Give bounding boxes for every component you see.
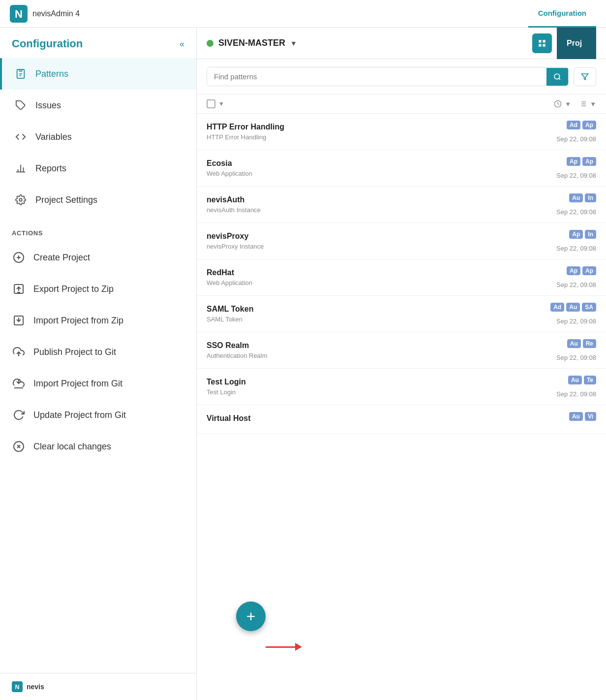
search-button[interactable] <box>546 68 568 86</box>
table-row[interactable]: nevisAuth nevisAuth Instance AuIn Sep 22… <box>197 187 606 223</box>
pattern-badges: ApAp <box>567 157 596 166</box>
pattern-name: SSO Realm <box>207 341 556 350</box>
grid-view-button[interactable] <box>532 33 552 53</box>
pattern-name: HTTP Error Handling <box>207 123 556 131</box>
search-input[interactable] <box>207 67 546 86</box>
badge-te: Te <box>584 376 596 384</box>
sort-label: ▼ <box>565 100 571 108</box>
svg-rect-30 <box>539 44 541 46</box>
filter-icon <box>581 73 589 81</box>
actions-header: ACTIONS <box>0 222 196 242</box>
tag-icon <box>14 98 28 112</box>
badge-au: Au <box>567 339 581 348</box>
sidebar-collapse-button[interactable]: « <box>180 39 184 49</box>
sidebar-title: Configuration <box>12 37 83 50</box>
pattern-meta: AdAuSA Sep 22, 09:08 <box>550 303 596 325</box>
pattern-date: Sep 22, 09:08 <box>556 354 596 361</box>
action-update-git-label: Update Project from Git <box>33 410 126 420</box>
app-title: nevisAdmin 4 <box>32 9 80 18</box>
select-all-checkbox[interactable] <box>207 99 215 108</box>
action-clear-local[interactable]: Clear local changes <box>0 431 196 462</box>
action-import-git[interactable]: Import Project from Git <box>0 368 196 399</box>
pattern-info: nevisAuth nevisAuth Instance <box>207 195 556 214</box>
badge-ap: Ap <box>582 157 596 166</box>
pattern-type: Test Login <box>207 388 556 396</box>
sidebar-item-issues[interactable]: Issues <box>0 90 196 121</box>
create-project-icon <box>12 251 26 264</box>
badge-ap: Ap <box>567 157 580 166</box>
sidebar-item-patterns[interactable]: Patterns <box>0 58 196 90</box>
sidebar-item-variables[interactable]: Variables <box>0 121 196 153</box>
search-icon <box>553 73 561 81</box>
pattern-badges: ApIn <box>569 230 596 239</box>
action-publish-git-label: Publish Project to Git <box>33 347 116 357</box>
table-row[interactable]: SSO Realm Authentication Realm AuRe Sep … <box>197 332 606 369</box>
table-row[interactable]: HTTP Error Handling HTTP Error Handling … <box>197 114 606 150</box>
instance-selector[interactable]: SIVEN-MASTER ▼ <box>207 38 297 48</box>
pattern-badges: AdAuSA <box>550 303 596 312</box>
pattern-date: Sep 22, 09:08 <box>556 135 596 143</box>
proj-tab[interactable]: Proj <box>557 28 596 59</box>
sort-control[interactable]: ▼ <box>554 100 571 108</box>
arrow-head <box>295 643 302 651</box>
pattern-date: Sep 22, 09:08 <box>556 318 596 325</box>
action-update-git[interactable]: Update Project from Git <box>0 399 196 431</box>
pattern-name: SAML Token <box>207 305 550 314</box>
pattern-info: Test Login Test Login <box>207 378 556 396</box>
action-publish-git[interactable]: Publish Project to Git <box>0 336 196 368</box>
action-clear-local-label: Clear local changes <box>33 442 111 452</box>
action-import-git-label: Import Project from Git <box>33 379 122 389</box>
badge-au: Au <box>569 412 583 421</box>
table-row[interactable]: Ecosia Web Application ApAp Sep 22, 09:0… <box>197 150 606 187</box>
pattern-name: nevisAuth <box>207 195 556 204</box>
chevron-down-icon: ▼ <box>290 39 297 47</box>
select-all-wrapper: ▼ <box>207 99 224 108</box>
action-export-zip[interactable]: Export Project to Zip <box>0 273 196 305</box>
badge-ad: Ad <box>550 303 564 312</box>
bar-chart-icon <box>14 161 28 175</box>
top-bar-right: Configuration <box>528 0 596 28</box>
pattern-info: SAML Token SAML Token <box>207 305 550 323</box>
pattern-date: Sep 22, 09:08 <box>556 172 596 179</box>
chevron-select-icon[interactable]: ▼ <box>218 100 224 107</box>
pattern-info: nevisProxy nevisProxy Instance <box>207 232 556 250</box>
badge-ap: Ap <box>582 266 596 275</box>
list-view-control[interactable]: ▼ <box>579 100 596 108</box>
action-create-project[interactable]: Create Project <box>0 242 196 273</box>
arrow-annotation <box>266 643 302 651</box>
search-input-wrapper <box>207 67 569 86</box>
badge-ap: Ap <box>569 230 583 239</box>
sidebar-item-project-settings-label: Project Settings <box>35 195 97 205</box>
pattern-badges: AdAp <box>567 121 596 129</box>
list-view-label: ▼ <box>590 100 596 108</box>
pattern-name: nevisProxy <box>207 232 556 241</box>
action-import-zip[interactable]: Import Project from Zip <box>0 305 196 336</box>
pattern-type: SAML Token <box>207 316 550 323</box>
svg-rect-29 <box>543 40 545 42</box>
pattern-meta: ApAp Sep 22, 09:08 <box>556 266 596 288</box>
pattern-info: RedHat Web Application <box>207 268 556 286</box>
pattern-type: nevisProxy Instance <box>207 243 556 250</box>
table-row[interactable]: Test Login Test Login AuTe Sep 22, 09:08 <box>197 369 606 405</box>
nav-configuration[interactable]: Configuration <box>528 0 596 28</box>
pattern-date: Sep 22, 09:08 <box>556 245 596 252</box>
add-fab-button[interactable]: + <box>236 602 266 631</box>
content-area: SIVEN-MASTER ▼ Proj <box>197 28 606 700</box>
import-zip-icon <box>12 314 26 327</box>
pattern-name: Test Login <box>207 378 556 386</box>
pattern-badges: AuTe <box>568 376 596 384</box>
action-export-zip-label: Export Project to Zip <box>33 284 114 294</box>
badge-vi: Vi <box>585 412 596 421</box>
svg-rect-2 <box>19 69 22 71</box>
table-row[interactable]: nevisProxy nevisProxy Instance ApIn Sep … <box>197 223 606 259</box>
sidebar-item-project-settings[interactable]: Project Settings <box>0 184 196 216</box>
pattern-date: Sep 22, 09:08 <box>556 281 596 288</box>
sidebar-item-reports[interactable]: Reports <box>0 153 196 184</box>
table-row[interactable]: RedHat Web Application ApAp Sep 22, 09:0… <box>197 259 606 296</box>
table-row[interactable]: SAML Token SAML Token AdAuSA Sep 22, 09:… <box>197 296 606 332</box>
table-row[interactable]: Virtual Host AuVi <box>197 405 606 434</box>
filter-button[interactable] <box>574 67 596 86</box>
pattern-info: SSO Realm Authentication Realm <box>207 341 556 359</box>
badge-au: Au <box>566 303 580 312</box>
instance-name: SIVEN-MASTER <box>218 38 285 48</box>
